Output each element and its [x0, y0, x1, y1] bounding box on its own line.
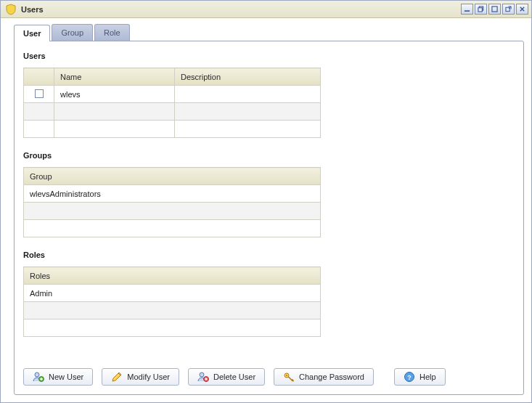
row-value	[24, 302, 321, 319]
users-col-check	[24, 68, 54, 86]
svg-text:?: ?	[407, 374, 412, 381]
key-icon	[283, 371, 295, 383]
button-bar: New User Modify User Delete User Change …	[23, 358, 515, 386]
table-row[interactable]	[24, 319, 321, 337]
row-description	[175, 103, 321, 121]
svg-point-10	[286, 375, 287, 376]
table-row[interactable]	[24, 302, 321, 319]
users-col-name: Name	[54, 68, 175, 86]
shield-icon	[5, 4, 17, 15]
row-checkbox-cell[interactable]	[24, 86, 54, 103]
user-delete-icon	[197, 371, 209, 383]
svg-point-7	[200, 373, 204, 377]
button-label: New User	[49, 373, 83, 381]
table-row[interactable]	[24, 220, 321, 237]
table-row[interactable]: wlevsAdministrators	[24, 185, 321, 203]
roles-col: Roles	[24, 267, 321, 285]
table-row[interactable]	[24, 121, 321, 138]
change-password-button[interactable]: Change Password	[274, 368, 374, 386]
tab-role[interactable]: Role	[94, 24, 130, 41]
user-panel: Users Name Description wlevs	[14, 41, 524, 395]
tab-group[interactable]: Group	[52, 24, 93, 41]
new-user-button[interactable]: New User	[23, 368, 93, 386]
svg-rect-3	[492, 7, 497, 12]
tab-label: Group	[61, 28, 83, 37]
modify-user-button[interactable]: Modify User	[102, 368, 179, 386]
row-checkbox-cell[interactable]	[24, 103, 54, 121]
button-label: Help	[420, 373, 436, 381]
roles-table: Roles Admin	[23, 266, 321, 337]
user-plus-icon	[33, 371, 44, 383]
tab-label: Role	[104, 28, 120, 37]
close-button[interactable]	[516, 4, 528, 15]
row-value	[24, 220, 321, 237]
tab-row: User Group Role	[14, 24, 524, 41]
table-row[interactable]	[24, 103, 321, 121]
row-value	[24, 203, 321, 220]
minimize-button[interactable]	[461, 4, 473, 15]
delete-user-button[interactable]: Delete User	[188, 368, 265, 386]
svg-point-5	[35, 373, 39, 377]
roles-heading: Roles	[23, 251, 515, 259]
row-description	[175, 86, 321, 103]
help-icon: ?	[404, 371, 415, 383]
button-label: Modify User	[127, 373, 170, 381]
row-value	[24, 319, 321, 337]
button-label: Change Password	[299, 373, 364, 381]
tab-label: User	[23, 29, 41, 38]
checkbox-icon[interactable]	[35, 89, 44, 98]
users-table: Name Description wlevs	[23, 68, 321, 138]
groups-table: Group wlevsAdministrators	[23, 167, 321, 237]
restore-button[interactable]	[475, 4, 487, 15]
groups-col: Group	[24, 168, 321, 185]
row-value: wlevsAdministrators	[24, 185, 321, 203]
row-description	[175, 121, 321, 138]
pencil-icon	[111, 371, 123, 383]
row-checkbox-cell[interactable]	[24, 121, 54, 138]
row-value: Admin	[24, 285, 321, 302]
row-name: wlevs	[54, 86, 175, 103]
groups-heading: Groups	[23, 151, 515, 160]
svg-rect-0	[465, 10, 470, 12]
titlebar: Users	[1, 1, 531, 18]
users-col-description: Description	[175, 68, 321, 86]
maximize-button[interactable]	[488, 4, 501, 15]
table-row[interactable]: Admin	[24, 285, 321, 302]
table-row[interactable]: wlevs	[24, 86, 321, 103]
help-button[interactable]: ? Help	[394, 368, 446, 386]
window-title: Users	[21, 5, 461, 14]
users-window: Users User Group Role Users Name Descrip…	[0, 0, 532, 403]
tab-user[interactable]: User	[14, 25, 50, 41]
row-name	[54, 103, 175, 121]
table-row[interactable]	[24, 203, 321, 220]
row-name	[54, 121, 175, 138]
window-controls	[461, 4, 528, 15]
button-label: Delete User	[213, 373, 255, 381]
detach-button[interactable]	[502, 4, 515, 15]
content-area: User Group Role Users Name Description w…	[1, 18, 531, 402]
users-heading: Users	[23, 52, 515, 60]
svg-rect-2	[478, 8, 482, 12]
